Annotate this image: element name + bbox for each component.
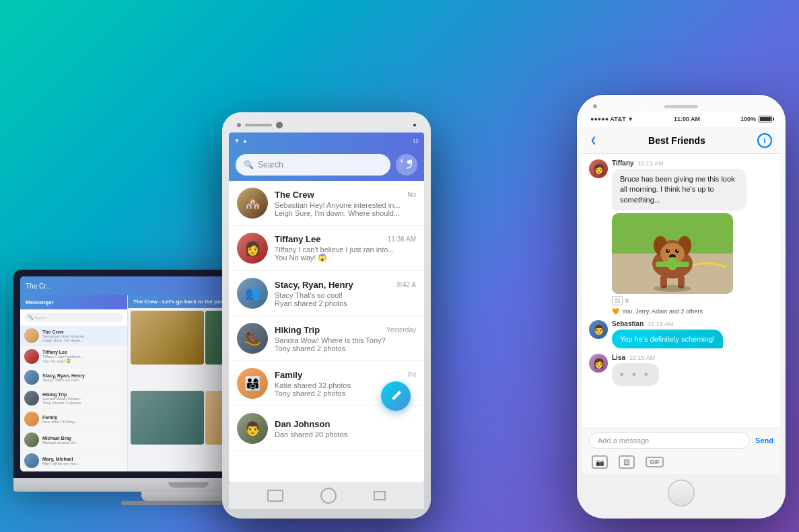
gif-button[interactable]: GIF [646,457,664,467]
laptop-search-bar[interactable]: 🔍 Search [24,313,123,322]
msg-bubble-cyan: Yep he's definitely scheming! [612,330,723,348]
laptop-sidebar-title: Messenger [26,299,54,305]
camera-icon[interactable]: 📷 [592,455,608,469]
conv-preview: Mary What are you... [42,461,123,465]
conv-preview2: Leigh Sure, I'm down... [42,338,123,342]
android-search-input[interactable]: 🔍 Search [236,154,390,176]
iphone-home-button[interactable] [668,480,695,506]
iphone-media-bar: 📷 🖼 GIF [582,453,780,474]
svg-point-9 [675,249,679,253]
laptop-app-title: The Cr... [26,282,51,290]
android-top-bar [229,122,424,128]
laptop-conv-item[interactable]: Mary, Michael Mary What are you... [20,451,127,471]
iphone-top-hardware [582,104,780,108]
android-recents-button[interactable] [374,491,386,500]
android-camera-right [276,122,283,128]
conv-preview2: Tony shared 2 photos [42,401,123,405]
conv-preview: Next time I'll bring... [42,420,123,424]
iphone-screen: ●●●●● AT&T ▼ 11:00 AM 100% ❮ Best Friend… [582,111,780,474]
android-conv-item-tiffany[interactable]: 👩 Tiffany Lee 11:36 AM Tiffany I can't b… [229,226,424,271]
avatar [24,370,39,385]
iphone-carrier: ●●●●● AT&T ▼ [590,116,633,122]
laptop-search-placeholder: Search [34,315,46,319]
conv-time: No [407,191,416,198]
iphone-device: ●●●●● AT&T ▼ 11:00 AM 100% ❮ Best Friend… [577,95,786,519]
conv-name: Tiffany Lee [42,350,123,354]
avatar: 🏘️ [237,188,268,219]
conv-time: Fri [408,371,416,379]
msg-sender: Tiffany [612,159,634,167]
avatar: 👨‍👩‍👧 [237,368,268,399]
photo-thumb [131,311,204,365]
laptop-conv-item[interactable]: Michael Bray Michael shared 10... [20,430,127,451]
laptop-conv-item[interactable]: Family Next time I'll bring... [20,409,127,430]
chevron-left-icon: ❮ [590,136,596,145]
msg-sender: Sebastian [612,320,644,328]
android-navigation-bar [229,482,424,509]
iphone-input-field: Add a message Send [582,428,780,453]
msg-typing-bubble: • • • [612,363,659,386]
msg-text: Yep he's definitely scheming! [620,335,715,343]
iphone-body: ●●●●● AT&T ▼ 11:00 AM 100% ❮ Best Friend… [577,95,786,519]
conv-name: Tiffany Lee [275,234,320,244]
conv-preview: Sandra Wow! Where is this Tony? [275,336,416,344]
android-conv-item-crew[interactable]: 🏘️ The Crew No Sebastian Hey! Anyone int… [229,181,424,226]
compose-fab-button[interactable] [381,381,411,411]
android-back-button[interactable] [267,490,283,502]
conv-name: Family [42,415,123,420]
likes-row: 🧡 You, Jerry, Adam and 2 others [612,308,773,315]
conv-time: 11:36 AM [388,235,416,243]
photo-count: 8 [625,297,629,304]
iphone-messages-area: 👩 Tiffany 10:11 AM Bruce has been giving… [582,154,780,428]
laptop-conv-item[interactable]: Hiking Trip Sandra Wow! Where... Tony sh… [20,388,127,409]
conv-time: Yesterday [386,326,416,334]
android-conv-item-hiking[interactable]: 🥾 Hiking Trip Yesterday Sandra Wow! Wher… [229,316,424,361]
android-conv-item-stacy[interactable]: 👥 Stacy, Ryan, Henry 8:42 A Stacy That's… [229,271,424,316]
avatar: 👨 [237,413,268,444]
conv-name: Family [275,370,302,380]
svg-point-17 [654,285,691,292]
iphone-status-bar: ●●●●● AT&T ▼ 11:00 AM 100% [582,111,780,127]
message-sebastian: 👨 Sebastian 10:12 AM Yep he's definitely… [589,320,773,348]
svg-rect-14 [668,257,677,270]
iphone-send-button[interactable]: Send [755,436,773,445]
msg-time: 10:12 AM [648,321,673,328]
search-icon: 🔍 [244,160,254,169]
laptop-search-area[interactable]: 🔍 Search [20,309,127,326]
conv-preview: Stacy That's so cool! [42,378,123,382]
iphone-speaker [664,105,698,108]
android-speaker-dots [245,124,272,126]
battery-icon [759,116,772,122]
avatar: 🥾 [237,323,268,354]
msg-photo [612,213,733,294]
laptop-notch [168,482,209,488]
android-search-placeholder: Search [258,160,283,169]
avatar: 👩 [237,233,268,264]
android-status-bar: ▼ ▲ 12 [229,132,424,149]
android-home-button[interactable] [320,488,337,504]
info-icon: i [763,137,765,145]
iphone-message-input[interactable]: Add a message [589,432,750,449]
avatar [24,391,39,406]
conv-name: The Crew [275,190,314,200]
android-compose-button[interactable] [396,154,417,176]
android-screen: ▼ ▲ 12 🔍 Search [229,132,424,482]
iphone-back-button[interactable]: ❮ [590,136,596,145]
android-wifi-icon: ▼ [234,138,240,144]
message-lisa: 👩 Lisa 10:15 AM • • • [589,354,773,386]
iphone-info-button[interactable]: i [757,133,772,148]
android-conv-item-dan[interactable]: 👨 Dan Johnson Dan shared 20 photos [229,406,424,451]
conv-name: The Crew [42,330,123,334]
laptop-conv-item[interactable]: Stacy, Ryan, Henry Stacy That's so cool! [20,367,127,388]
laptop-conv-item[interactable]: Tiffany Lee Tiffany I can't believe... Y… [20,346,127,367]
conv-preview: Michael shared 10... [42,441,123,445]
svg-point-8 [666,249,670,253]
conv-preview: Stacy That's so cool! [275,291,416,299]
conv-preview: Sebastian Hey! Anyone interested in... [275,201,416,209]
avatar: 👥 [237,278,268,309]
laptop-conv-item[interactable]: The Crew Sebastian Hey! Anyone... Leigh … [20,326,127,346]
photo-count-row: 🖼 8 [612,296,773,305]
svg-point-10 [668,250,669,251]
iphone-battery-percent: 100% [740,116,756,122]
image-icon[interactable]: 🖼 [619,455,635,469]
